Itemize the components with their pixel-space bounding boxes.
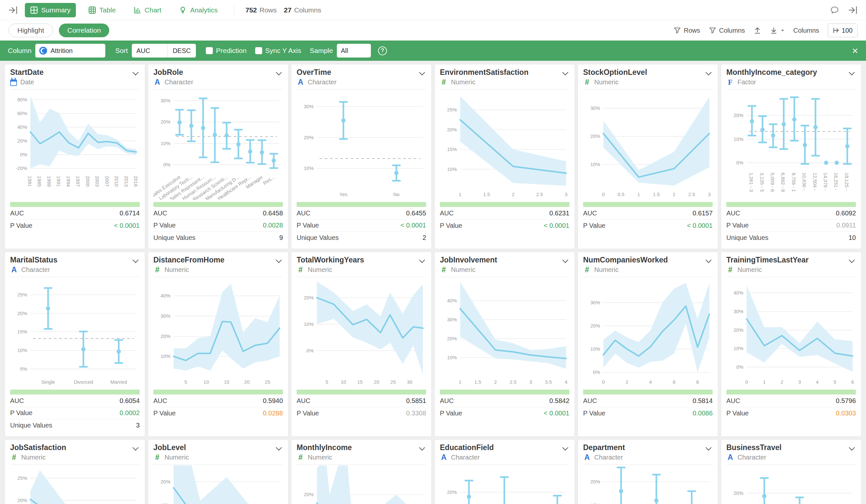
chevron-down-icon[interactable] — [706, 257, 711, 263]
chevron-down-icon[interactable] — [562, 257, 568, 263]
svg-text:2010: 2010 — [114, 176, 119, 187]
column-card: Department A Character 20%15%10%5% — [578, 439, 718, 504]
svg-text:10%: 10% — [160, 141, 170, 146]
sort-by-select[interactable]: AUC — [132, 47, 167, 55]
sample-select[interactable]: All — [337, 44, 371, 57]
stat-value: 0.0028 — [263, 222, 283, 229]
expand-sidebar-icon[interactable] — [9, 5, 18, 15]
column-title: JobInvolvement — [440, 255, 497, 265]
columns-limit-button[interactable]: 100 — [828, 23, 857, 37]
chevron-down-icon[interactable] — [562, 69, 568, 75]
sync-y-axis-option[interactable]: Sync Y Axis — [255, 47, 301, 55]
column-title: MonthlyIncome_category — [726, 68, 817, 77]
stat-row: AUC 0.6092 — [726, 208, 856, 220]
help-icon[interactable]: ? — [378, 46, 387, 55]
chevron-down-icon[interactable] — [706, 445, 711, 450]
column-title: OverTime — [297, 68, 331, 77]
character-icon: A — [583, 453, 591, 461]
close-icon[interactable]: × — [852, 45, 858, 56]
stat-row: P Value < 0.0001 — [583, 220, 713, 232]
stat-value: 9 — [279, 234, 283, 242]
svg-text:3: 3 — [530, 379, 532, 385]
top-toolbar: Summary Table Chart Analytics 752 Rows 2… — [0, 0, 866, 20]
download-button[interactable] — [770, 26, 785, 34]
stat-label: P Value — [153, 222, 176, 229]
chevron-down-icon[interactable] — [276, 445, 281, 450]
stat-row: AUC 0.5814 — [583, 395, 713, 407]
column-chart: 25%20%15%10%1234 — [10, 466, 140, 504]
filter-columns-button[interactable]: Columns — [709, 26, 745, 34]
column-title: NumCompaniesWorked — [583, 255, 668, 265]
character-icon: A — [726, 453, 734, 461]
svg-text:14,378 -: 14,378 - — [823, 172, 829, 191]
column-type-label: Numeric — [737, 266, 762, 273]
svg-text:6: 6 — [673, 379, 675, 385]
svg-text:20%: 20% — [160, 119, 170, 124]
correlation-button[interactable]: Correlation — [59, 23, 110, 37]
stat-row: AUC 0.6054 — [10, 395, 140, 407]
svg-text:0: 0 — [602, 191, 605, 197]
column-title: TotalWorkingYears — [297, 255, 364, 265]
prediction-checkbox[interactable] — [206, 47, 213, 54]
filter-rows-button[interactable]: Rows — [673, 26, 700, 34]
chevron-down-icon[interactable] — [276, 69, 281, 75]
summary-card-grid: StartDate Date 80%60%40%20%0%-20%1981198… — [0, 61, 866, 504]
stat-label: AUC — [583, 210, 597, 217]
collapse-panel-icon[interactable] — [848, 5, 857, 15]
column-type-label: Character — [451, 453, 480, 461]
auc-bar — [726, 390, 856, 394]
chevron-down-icon[interactable] — [849, 257, 855, 263]
tab-chart[interactable]: Chart — [128, 3, 166, 17]
column-card: BusinessTravel A Character 20%10% — [721, 439, 862, 504]
stat-label: AUC — [583, 397, 597, 405]
chevron-down-icon[interactable] — [419, 257, 425, 263]
auc-bar — [440, 202, 569, 207]
prediction-option[interactable]: Prediction — [206, 47, 246, 55]
highlight-button[interactable]: Highlight — [9, 23, 53, 37]
sync-y-axis-checkbox[interactable] — [255, 47, 262, 54]
target-column-select[interactable]: Attrition — [35, 44, 105, 57]
svg-text:10%: 10% — [17, 347, 27, 353]
upload-button[interactable] — [754, 26, 761, 34]
stat-label: AUC — [297, 210, 310, 217]
numeric-icon: # — [297, 266, 304, 273]
svg-text:0%: 0% — [736, 364, 743, 370]
column-card: StockOptionLevel # Numeric 30%20%10%00.5… — [578, 64, 718, 249]
column-type-label: Numeric — [451, 78, 475, 86]
column-title: JobLevel — [153, 443, 186, 453]
comment-icon[interactable] — [830, 5, 839, 15]
svg-text:2: 2 — [512, 191, 514, 197]
chevron-down-icon[interactable] — [132, 69, 138, 75]
chevron-down-icon[interactable] — [419, 445, 425, 450]
svg-text:10%: 10% — [304, 165, 314, 171]
stat-row: AUC 0.5940 — [153, 395, 283, 407]
svg-text:8: 8 — [696, 379, 699, 385]
svg-text:2: 2 — [673, 191, 675, 197]
stat-label: AUC — [153, 210, 167, 217]
svg-text:2.5: 2.5 — [688, 191, 695, 197]
chevron-down-icon[interactable] — [276, 257, 281, 263]
svg-text:10: 10 — [203, 379, 209, 385]
chevron-down-icon[interactable] — [706, 69, 711, 75]
chevron-down-icon[interactable] — [132, 257, 138, 263]
column-chart: 20%15%10%5%12345 — [153, 466, 283, 504]
stat-label: AUC — [726, 397, 740, 405]
sort-direction-select[interactable]: DESC — [167, 44, 196, 57]
tab-table[interactable]: Table — [83, 3, 121, 17]
funnel-icon — [709, 26, 717, 34]
chevron-down-icon[interactable] — [849, 69, 855, 75]
column-title: BusinessTravel — [726, 443, 781, 453]
chevron-down-icon[interactable] — [132, 445, 138, 450]
svg-text:30%: 30% — [590, 105, 600, 111]
numeric-icon: # — [440, 266, 448, 273]
tab-summary[interactable]: Summary — [25, 3, 76, 17]
column-chart: 25%20%15%10%11.522.53 — [440, 90, 569, 200]
tab-analytics[interactable]: Analytics — [174, 3, 223, 17]
chevron-down-icon[interactable] — [849, 445, 855, 450]
svg-text:0%: 0% — [736, 160, 743, 165]
svg-text:No: No — [393, 191, 399, 197]
chevron-down-icon[interactable] — [562, 445, 568, 450]
chevron-down-icon[interactable] — [419, 69, 425, 75]
svg-text:0%: 0% — [307, 348, 314, 353]
stat-value: 0.5796 — [836, 397, 856, 405]
